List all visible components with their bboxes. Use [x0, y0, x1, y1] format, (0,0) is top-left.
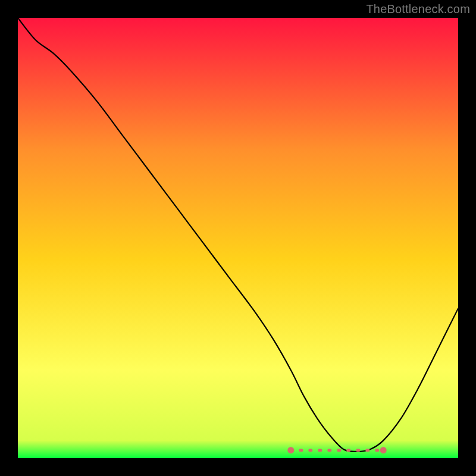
plot-area: [18, 18, 458, 458]
svg-point-2: [380, 447, 387, 453]
chart-svg: [18, 18, 458, 458]
gradient-background: [18, 18, 458, 458]
svg-point-1: [287, 447, 294, 453]
watermark-text: TheBottleneck.com: [366, 2, 470, 16]
chart-stage: TheBottleneck.com: [0, 0, 476, 476]
